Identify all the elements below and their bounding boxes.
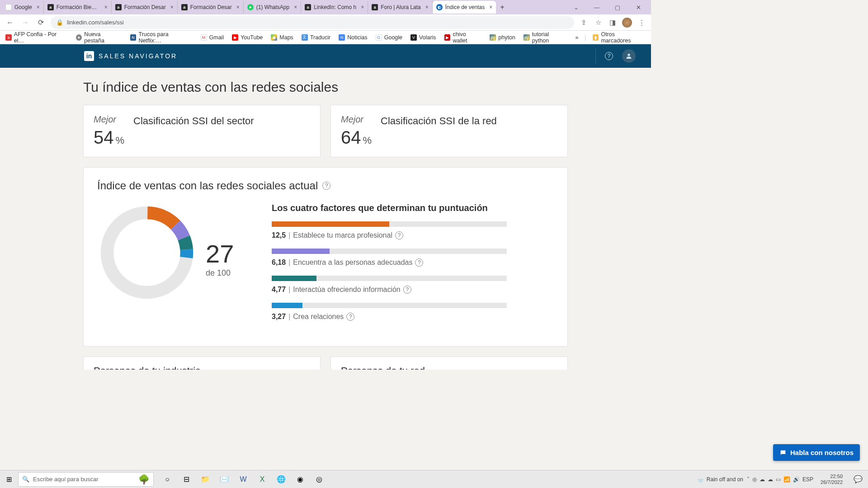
sep-icon: | xyxy=(288,313,290,321)
bookmark-label: Noticias xyxy=(347,34,367,41)
ssi-card: Índice de ventas con las redes sociales … xyxy=(83,167,568,347)
browser-tab-strip: GGoogle× aFormación Bienve× aFormación D… xyxy=(0,0,651,14)
bookmark-youtube[interactable]: ▶YouTube xyxy=(232,34,263,41)
factor-bar xyxy=(272,276,316,281)
factor-text: Establece tu marca profesional xyxy=(293,231,392,239)
rank-title: Clasificación SSI del sector xyxy=(133,115,310,127)
bookmark-phyton[interactable]: pyphyton xyxy=(490,34,515,41)
user-avatar[interactable] xyxy=(622,49,636,63)
bookmark-traducir[interactable]: 文Traducir xyxy=(302,34,330,41)
rank-label: Mejor xyxy=(341,114,372,125)
new-tab-button[interactable]: + xyxy=(496,3,509,11)
share-icon[interactable]: ⇪ xyxy=(579,18,589,28)
sep-icon: | xyxy=(288,231,290,239)
bookmark-maps[interactable]: ◆Maps xyxy=(271,34,293,41)
bookmark-noticias[interactable]: NNoticias xyxy=(339,34,367,41)
bookmark-label: AFP Confia - Por el… xyxy=(14,31,68,44)
window-maximize-icon[interactable]: ▢ xyxy=(610,1,625,14)
star-icon[interactable]: ☆ xyxy=(593,18,603,28)
bookmark-tutorial-python[interactable]: pytutorial python xyxy=(524,31,567,44)
tab-linkedin[interactable]: aLinkedIn: Como h× xyxy=(301,1,368,14)
ssi-donut-chart: 27 de 100 xyxy=(97,203,206,311)
help-icon[interactable]: ? xyxy=(415,258,423,267)
bookmark-label: YouTube xyxy=(241,34,263,41)
sep-icon: | xyxy=(288,286,290,294)
svg-point-0 xyxy=(627,54,630,56)
close-icon[interactable]: × xyxy=(361,4,364,10)
bookmark-nueva[interactable]: ●Nueva pestaña xyxy=(76,31,122,44)
back-button[interactable]: ← xyxy=(5,17,15,28)
bookmark-google[interactable]: GGoogle xyxy=(376,34,402,41)
help-icon[interactable]: ? xyxy=(395,231,403,239)
bookmark-gmail[interactable]: MGmail xyxy=(201,34,224,41)
tab-alura-3[interactable]: aFormación Desar× xyxy=(178,1,244,14)
tab-label: LinkedIn: Como h xyxy=(314,4,356,10)
help-icon[interactable]: ? xyxy=(322,182,330,190)
reload-button[interactable]: ⟳ xyxy=(35,17,46,28)
close-icon[interactable]: × xyxy=(170,4,174,10)
factor-bar xyxy=(272,303,302,308)
close-icon[interactable]: × xyxy=(294,4,297,10)
close-icon[interactable]: × xyxy=(104,4,108,10)
bookmarks-bar: aAFP Confia - Por el… ●Nueva pestaña NTr… xyxy=(0,31,651,44)
ssi-heading: Índice de ventas con las redes sociales … xyxy=(97,179,318,192)
tab-alura-2[interactable]: aFormación Desar× xyxy=(112,1,178,14)
bookmark-label: tutorial python xyxy=(532,31,567,44)
close-icon[interactable]: × xyxy=(236,4,240,10)
bookmark-label: Maps xyxy=(279,34,293,41)
close-icon[interactable]: × xyxy=(37,4,40,10)
sn-brand[interactable]: in SALES NAVIGATOR xyxy=(84,51,177,61)
rank-pct: % xyxy=(363,135,372,146)
tab-label: (1) WhatsApp xyxy=(256,4,289,10)
tab-ssi-active[interactable]: ◐Índice de ventas× xyxy=(433,1,496,14)
bookmark-label: Google xyxy=(384,34,402,41)
tab-foro[interactable]: aForo | Alura Lata× xyxy=(368,1,433,14)
factor-text: Interactúa ofreciendo información xyxy=(293,286,400,294)
factor-value: 3,27 xyxy=(272,313,286,321)
forward-button[interactable]: → xyxy=(20,17,31,28)
address-bar: ← → ⟳ 🔒 linkedin.com/sales/ssi ⇪ ☆ ◨ ⋮ xyxy=(0,14,651,31)
extensions-icon[interactable]: ◨ xyxy=(608,18,618,28)
tab-alura-1[interactable]: aFormación Bienve× xyxy=(44,1,112,14)
tab-label: Google xyxy=(14,4,32,10)
bookmark-label: Volaris xyxy=(419,34,436,41)
page-title: Tu índice de ventas con las redes social… xyxy=(83,80,568,95)
menu-icon[interactable]: ⋮ xyxy=(637,18,646,28)
window-minimize-icon[interactable]: — xyxy=(590,1,604,14)
tab-whatsapp[interactable]: ●(1) WhatsApp× xyxy=(244,1,301,14)
rank-title: Clasificación SSI de la red xyxy=(381,115,557,127)
help-icon[interactable]: ? xyxy=(346,313,354,321)
close-icon[interactable]: × xyxy=(489,4,492,10)
url-input[interactable]: 🔒 linkedin.com/sales/ssi xyxy=(51,16,574,29)
sep-icon: | xyxy=(288,258,290,267)
bookmark-label: Trucos para Netflix:… xyxy=(138,31,192,44)
bookmark-netflix[interactable]: NTrucos para Netflix:… xyxy=(130,31,193,44)
rank-value: 64 xyxy=(341,127,361,147)
lock-icon: 🔒 xyxy=(56,19,63,26)
factors-title: Los cuatro factores que determinan tu pu… xyxy=(272,203,554,213)
tab-label: Formación Desar xyxy=(124,4,166,10)
bookmark-label: chivo wallet xyxy=(453,31,481,44)
factor-text: Encuentra a las personas adecuadas xyxy=(293,258,412,267)
profile-avatar[interactable] xyxy=(622,18,632,28)
bookmark-volaris[interactable]: VVolaris xyxy=(410,34,436,41)
bookmarks-overflow[interactable]: » xyxy=(575,34,578,41)
window-close-icon[interactable]: ✕ xyxy=(631,1,646,14)
help-icon[interactable]: ? xyxy=(602,49,616,63)
ssi-factors: Los cuatro factores que determinan tu pu… xyxy=(272,203,554,330)
help-icon[interactable]: ? xyxy=(403,286,411,294)
factor-bar xyxy=(272,221,389,227)
close-icon[interactable]: × xyxy=(425,4,429,10)
bookmark-otros[interactable]: ▮Otros marcadores xyxy=(593,31,646,44)
bookmark-afp[interactable]: aAFP Confia - Por el… xyxy=(5,31,68,44)
factor-value: 12,5 xyxy=(272,231,286,239)
factor-value: 6,18 xyxy=(272,258,286,267)
rank-card-sector: Mejor 54% Clasificación SSI del sector xyxy=(83,105,321,157)
bookmark-chivo[interactable]: ▶chivo wallet xyxy=(444,31,482,44)
ssi-score-of: de 100 xyxy=(206,268,234,278)
factor-engage: 4,77 | Interactúa ofreciendo información… xyxy=(272,276,554,294)
bookmark-label: Nueva pestaña xyxy=(84,31,122,44)
url-text: linkedin.com/sales/ssi xyxy=(67,19,124,26)
chevron-down-icon[interactable]: ⌄ xyxy=(569,1,583,14)
tab-google[interactable]: GGoogle× xyxy=(2,1,44,14)
